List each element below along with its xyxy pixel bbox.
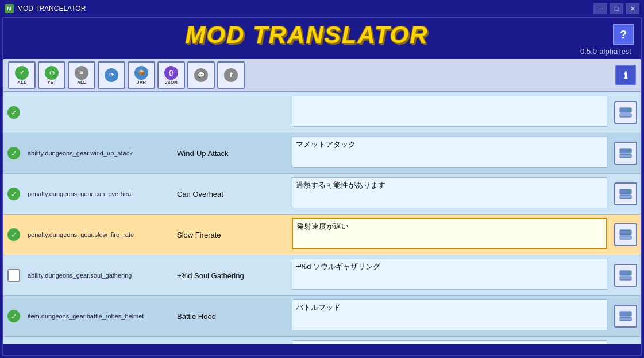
checkmark-icon: ✓ [7, 147, 20, 159]
row-english: Can Overheat [173, 174, 288, 215]
action-icon [619, 107, 633, 118]
checkbox-empty-icon [7, 269, 20, 282]
table-row: ✓ ability.dungeons_gear.wind_up_a​tack W… [3, 133, 641, 174]
title-bar-left: M MOD TRANCELATOR [5, 4, 86, 13]
row-translation: バトルローブ [288, 337, 611, 345]
row-key: ability.dungeons_gear.wind_up_a​tack [24, 133, 173, 174]
yet-icon: ◷ [45, 66, 59, 80]
row-checkbox-cell: ✓ [3, 174, 24, 215]
row-translation [288, 92, 611, 133]
row-key: item.dungeons_gear.battle_robes​_chestpl… [24, 337, 173, 345]
row-checkbox-cell[interactable] [3, 255, 24, 296]
row-action [611, 174, 641, 215]
row-english: +%d Soul Gathering [173, 255, 288, 296]
svg-point-2 [628, 109, 630, 111]
jar-label: JAR [137, 80, 146, 85]
svg-rect-7 [620, 195, 631, 199]
help-button[interactable]: ? [613, 24, 634, 45]
header: MOD TRANSLATOR ? 0.5.0-alphaTest [3, 18, 641, 59]
json-button[interactable]: {} JSON [157, 61, 185, 89]
svg-point-17 [628, 313, 630, 315]
title-bar: M MOD TRANCELATOR ─ □ ✕ [0, 0, 644, 17]
action-icon [619, 188, 633, 200]
version-text: 0.5.0-alphaTest [580, 47, 634, 56]
json-label: JSON [165, 80, 178, 85]
checkmark-icon: ✓ [7, 228, 20, 241]
table-container[interactable]: ✓ [3, 92, 641, 344]
row-action [611, 92, 641, 133]
row-action-button[interactable] [614, 142, 637, 165]
app-title: MOD TRANCELATOR [17, 5, 86, 13]
row-key: item.dungeons_gear.battle_robes​_helmet [24, 296, 173, 337]
table-row: ✓ item.dungeons_gear.battle_robes​_helme… [3, 296, 641, 337]
row-translation: 発射速度が遅い [288, 215, 611, 255]
header-right: ? 0.5.0-alphaTest [580, 23, 634, 56]
row-english: Wind-Up Attack [173, 133, 288, 174]
row-action-button[interactable] [614, 223, 637, 246]
translation-textarea[interactable]: 過熱する可能性があります [292, 177, 607, 208]
translation-textarea[interactable]: 発射速度が遅い [292, 218, 607, 249]
row-english [173, 92, 288, 133]
all-check-button[interactable]: ✓ ALL [8, 61, 36, 89]
logo-text: MOD TRANSLATOR [186, 23, 429, 47]
yet-button[interactable]: ◷ YET [38, 61, 65, 89]
translate-button[interactable]: ⟳ [98, 61, 125, 89]
translation-textarea[interactable]: バトルフッド [292, 299, 607, 330]
row-key: penalty.dungeons_gear.slow_fire​_rate [24, 215, 173, 255]
toolbar: ✓ ALL ◷ YET ≡ ALL ⟳ 📦 JAR {} JSON 💬 [3, 59, 641, 92]
close-button[interactable]: ✕ [626, 3, 639, 14]
svg-point-11 [628, 231, 630, 234]
action-icon [619, 229, 633, 240]
table-row: ✓ [3, 92, 641, 133]
row-checkbox-cell: ✓ [3, 133, 24, 174]
row-checkbox-cell: ✓ [3, 296, 24, 337]
row-checkbox-cell: ✓ [3, 215, 24, 255]
translation-textarea[interactable]: マメットアタック [292, 137, 607, 168]
svg-rect-16 [620, 317, 631, 321]
logo-area: MOD TRANSLATOR [33, 23, 580, 47]
svg-rect-10 [620, 236, 631, 239]
row-english: Battle Hood [173, 296, 288, 337]
svg-point-14 [628, 272, 630, 274]
translation-textarea[interactable]: バトルローブ [292, 340, 607, 344]
row-action-button[interactable] [614, 264, 637, 287]
svg-point-8 [628, 190, 630, 193]
json-icon: {} [164, 66, 178, 80]
row-action [611, 296, 641, 337]
row-translation: バトルフッド [288, 296, 611, 337]
all-check-label: ALL [17, 80, 26, 85]
bottom-bar [3, 344, 641, 355]
app-icon: M [5, 4, 14, 13]
minimize-button[interactable]: ─ [593, 3, 607, 14]
row-translation: マメットアタック [288, 133, 611, 174]
row-action-button[interactable] [614, 305, 637, 328]
row-action-button[interactable] [614, 182, 637, 205]
row-key: penalty.dungeons_gear.can_over​heat [24, 174, 173, 215]
jar-button[interactable]: 📦 JAR [128, 61, 155, 89]
translate-icon: ⟳ [105, 68, 118, 82]
checkmark-icon: ✓ [7, 106, 20, 119]
action-icon [619, 147, 633, 159]
row-action-button[interactable] [614, 101, 637, 124]
export-icon: ⬆ [224, 68, 238, 82]
row-action [611, 337, 641, 345]
translation-textarea[interactable]: +%d ソウルギャザリング [292, 259, 607, 290]
jar-icon: 📦 [134, 66, 148, 80]
action-icon [619, 310, 633, 322]
speech-button[interactable]: 💬 [187, 61, 215, 89]
table-row: ✓ item.dungeons_gear.battle_robes​_chest… [3, 337, 641, 345]
translation-textarea[interactable] [292, 96, 607, 127]
export-button[interactable]: ⬆ [217, 61, 245, 89]
all-gray-button[interactable]: ≡ ALL [68, 61, 95, 89]
speech-icon: 💬 [194, 68, 208, 82]
svg-rect-1 [620, 114, 631, 117]
table-row: ability.dungeons_gear.soul_gathe​ring +%… [3, 255, 641, 296]
row-checkbox-cell: ✓ [3, 337, 24, 345]
main-window: MOD TRANSLATOR ? 0.5.0-alphaTest ✓ ALL ◷… [2, 17, 642, 356]
action-icon [619, 270, 633, 281]
row-key: ability.dungeons_gear.soul_gathe​ring [24, 255, 173, 296]
maximize-button[interactable]: □ [610, 3, 623, 14]
info-button[interactable]: ℹ [615, 65, 636, 85]
svg-point-5 [628, 150, 630, 152]
all-gray-icon: ≡ [75, 66, 88, 80]
